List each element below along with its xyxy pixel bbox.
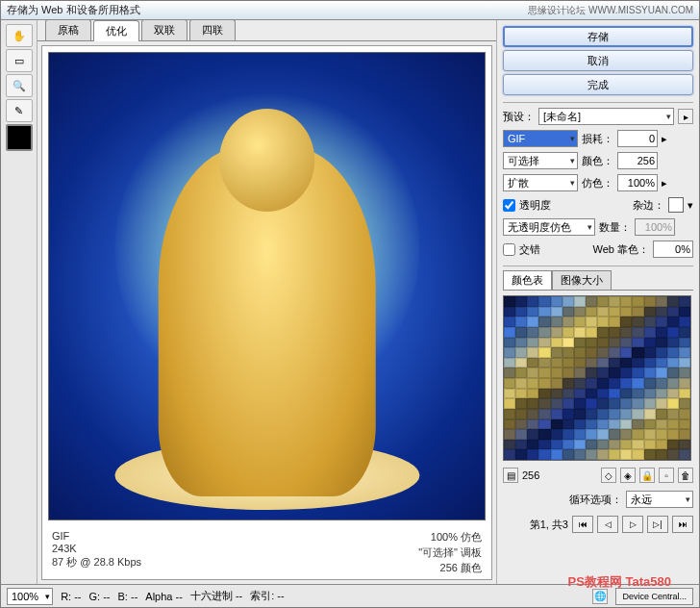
info-dither: 100% 仿色: [418, 530, 482, 545]
preset-menu-icon[interactable]: ▸: [678, 109, 693, 124]
nav-play[interactable]: ▷: [622, 516, 643, 533]
tab-image-size[interactable]: 图像大小: [552, 270, 612, 290]
zoom-tool[interactable]: 🔍: [6, 74, 33, 97]
info-time: 87 秒 @ 28.8 Kbps: [52, 555, 141, 570]
nav-prev[interactable]: ◁: [597, 516, 618, 533]
colors-field[interactable]: [617, 152, 658, 169]
palette-tabs: 颜色表 图像大小: [503, 270, 693, 291]
tab-2up[interactable]: 双联: [141, 19, 188, 40]
slice-select-tool[interactable]: ▭: [6, 49, 33, 72]
preview-canvas[interactable]: [48, 52, 486, 520]
palette-trash-icon[interactable]: 🗑: [678, 468, 693, 483]
dither-field[interactable]: [617, 174, 658, 191]
preview-info: GIF 243K 87 秒 @ 28.8 Kbps 100% 仿色 "可选择" …: [42, 526, 491, 579]
done-button[interactable]: 完成: [503, 74, 693, 95]
status-hex: 十六进制 --: [190, 589, 242, 603]
palette-lock-icon[interactable]: 🔒: [639, 468, 655, 483]
watermark-text: 思缘设计论坛 WWW.MISSYUAN.COM: [528, 4, 693, 17]
info-size: 243K: [52, 543, 141, 554]
eyedropper-color-swatch[interactable]: [6, 124, 33, 151]
info-format: GIF: [52, 530, 141, 542]
statusbar: 100% R: -- G: -- B: -- Alpha -- 十六进制 -- …: [1, 584, 699, 607]
tab-color-table[interactable]: 颜色表: [503, 270, 552, 290]
preset-combo[interactable]: [未命名]: [538, 108, 674, 125]
interlace-checkbox[interactable]: [503, 243, 515, 256]
hand-tool[interactable]: ✋: [6, 24, 33, 47]
palette-action-2[interactable]: ◈: [620, 468, 636, 483]
websnap-field[interactable]: [653, 241, 693, 258]
slider-icon[interactable]: ▸: [662, 177, 667, 190]
dropdown-icon[interactable]: ▾: [688, 199, 693, 212]
reduction-combo[interactable]: 可选择: [503, 152, 578, 169]
cancel-button[interactable]: 取消: [503, 50, 693, 71]
amount-label: 数量：: [599, 220, 631, 235]
nav-next[interactable]: ▷|: [647, 516, 668, 533]
nav-last[interactable]: ⏭: [672, 516, 693, 533]
window-title: 存储为 Web 和设备所用格式: [7, 3, 140, 17]
titlebar: 存储为 Web 和设备所用格式 思缘设计论坛 WWW.MISSYUAN.COM: [1, 1, 699, 20]
matte-swatch[interactable]: [668, 197, 684, 213]
center-panel: 原稿 优化 双联 四联 GIF 243K: [38, 20, 497, 584]
palette-menu-icon[interactable]: ▤: [503, 468, 518, 483]
transparency-checkbox[interactable]: [503, 199, 515, 212]
tab-original[interactable]: 原稿: [45, 19, 91, 40]
dither-label: 仿色：: [582, 176, 613, 190]
save-for-web-dialog: 存储为 Web 和设备所用格式 思缘设计论坛 WWW.MISSYUAN.COM …: [0, 0, 700, 608]
palette-count: 256: [522, 469, 539, 481]
preview-tabs: 原稿 优化 双联 四联: [38, 20, 496, 41]
tool-column: ✋ ▭ 🔍 ✎: [1, 20, 38, 584]
colors-label: 颜色：: [582, 154, 613, 168]
page-info: 第1, 共3: [530, 518, 568, 532]
matte-label: 杂边：: [633, 198, 664, 213]
settings-panel: 存储 取消 完成 预设： [未命名] ▸ GIF 损耗： ▸ 可选择 颜色：: [497, 20, 699, 584]
tab-4up[interactable]: 四联: [189, 19, 236, 40]
loss-field[interactable]: [617, 130, 658, 147]
trans-dither-combo[interactable]: 无透明度仿色: [503, 218, 595, 236]
loop-combo[interactable]: 永远: [626, 491, 693, 508]
status-index: 索引: --: [250, 589, 284, 603]
info-palette: "可选择" 调板: [418, 545, 482, 560]
amount-field: [635, 218, 675, 236]
loss-label: 损耗：: [582, 132, 613, 146]
browser-preview-icon[interactable]: 🌐: [592, 589, 608, 604]
slider-icon[interactable]: ▸: [662, 133, 667, 145]
status-b: B: --: [118, 591, 138, 602]
zoom-combo[interactable]: 100%: [7, 588, 53, 605]
status-alpha: Alpha --: [145, 591, 183, 602]
color-table[interactable]: [503, 295, 691, 461]
info-colors: 256 颜色: [418, 561, 482, 575]
interlace-label: 交错: [519, 242, 540, 257]
eyedropper-tool[interactable]: ✎: [6, 99, 33, 122]
transparency-label: 透明度: [519, 198, 551, 213]
websnap-label: Web 靠色：: [593, 242, 649, 257]
preview-area: GIF 243K 87 秒 @ 28.8 Kbps 100% 仿色 "可选择" …: [41, 45, 492, 580]
status-g: G: --: [89, 591, 111, 602]
palette-new-icon[interactable]: ▫: [659, 468, 674, 483]
save-button[interactable]: 存储: [503, 26, 693, 47]
dither-method-combo[interactable]: 扩散: [503, 174, 578, 191]
palette-action-1[interactable]: ◇: [601, 468, 616, 483]
preset-label: 预设：: [503, 110, 535, 124]
loop-label: 循环选项：: [569, 493, 622, 507]
format-combo[interactable]: GIF: [503, 130, 578, 147]
tab-optimized[interactable]: 优化: [93, 20, 139, 41]
main-area: ✋ ▭ 🔍 ✎ 原稿 优化 双联 四联: [1, 20, 699, 584]
nav-first[interactable]: ⏮: [572, 516, 593, 533]
status-r: R: --: [61, 591, 81, 602]
device-central-button[interactable]: Device Central...: [615, 588, 693, 605]
